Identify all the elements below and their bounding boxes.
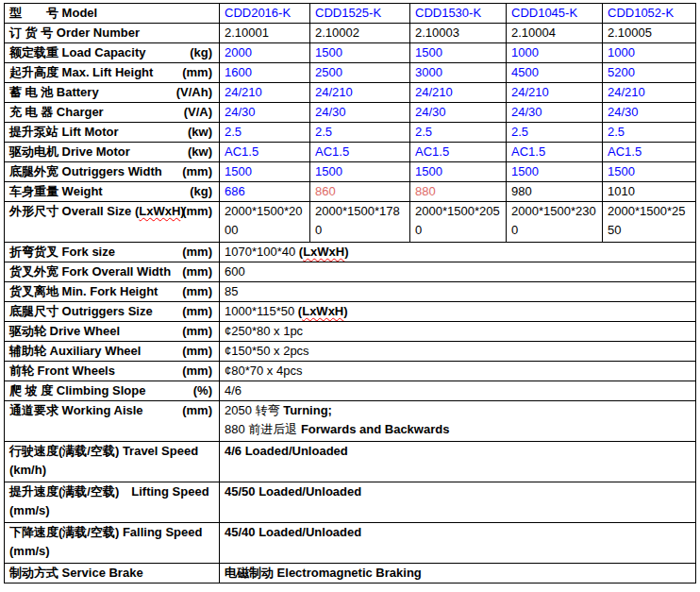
spec-table-body: 型 号 ModelCDD2016-KCDD1525-KCDD1530-KCDD1…: [5, 4, 696, 584]
value-lift-motor-CDD1530-K: 2.5: [410, 123, 507, 143]
value-order-number-CDD1052-K: 2.10005: [603, 24, 696, 43]
row-label-outriggers-width: 底腿外宽 Outriggers Width(mm): [5, 162, 220, 182]
row-label-text: 外形尺寸 Overall Size (LxWxH): [9, 204, 185, 218]
row-unit: (kg): [190, 43, 212, 62]
value-battery-CDD1525-K: 24/210: [310, 83, 410, 103]
text-segment: 底腿外宽 Outriggers Width: [9, 164, 162, 178]
row-label-travel-speed: 行驶速度(满载/空载) Travel Speed(km/h): [5, 442, 220, 482]
value-line: 45/50 Loaded/Unloaded: [225, 482, 691, 501]
spec-row-climbing-slope: 爬 坡 度 Climbing Slope(%)4/6: [5, 381, 696, 401]
text-segment: 1000*115*50: [225, 304, 298, 318]
value-battery-CDD2016-K: 24/210: [220, 83, 310, 103]
row-label-text: 底腿外宽 Outriggers Width: [9, 164, 162, 178]
text-segment: 货叉离地 Min. Fork Height: [9, 284, 158, 298]
row-label-text: 订 货 号 Order Number: [9, 25, 140, 40]
value-max-lift-height-CDD1530-K: 3000: [410, 63, 507, 83]
text-segment: 驱动电机 Drive Motor: [9, 144, 130, 159]
value-lift-motor-CDD2016-K: 2.5: [220, 123, 310, 143]
value-front-wheels: ¢80*70 x 4pcs: [220, 362, 696, 381]
row-label-battery: 蓄 电 池 Battery(V/Ah): [5, 83, 220, 103]
value-charger-CDD1052-K: 24/30: [603, 103, 696, 123]
row-unit: (mm): [182, 282, 212, 301]
value-charger-CDD1530-K: 24/30: [410, 103, 507, 123]
row-unit: (mm): [182, 401, 212, 420]
row-label-text: 底腿尺寸 Outriggers Size: [9, 304, 153, 318]
row-unit: (mm/s): [9, 542, 214, 561]
text-segment: 起升高度 Max. Lift Height: [9, 65, 153, 79]
text-segment: 2050 转弯: [225, 403, 283, 417]
text-segment: ¢250*80 x 1pc: [225, 324, 303, 338]
text-segment: ): [343, 304, 347, 318]
value-weight-CDD1045-K: 980: [507, 182, 603, 202]
value-line: 4/6 Loaded/Unloaded: [225, 442, 691, 461]
row-unit: (mm): [182, 243, 212, 262]
text-segment: 4/6: [225, 383, 242, 397]
spec-row-auxiliary-wheel: 辅助轮 Auxiliary Wheel(mm)¢150*50 x 2pcs: [5, 342, 696, 362]
row-label-text: 通道要求 Working Aisle: [9, 403, 143, 417]
text-segment: ): [344, 245, 348, 259]
value-travel-speed: 4/6 Loaded/Unloaded: [220, 442, 696, 482]
row-label-text: 驱动轮 Drive Wheel: [9, 324, 120, 338]
value-lift-motor-CDD1525-K: 2.5: [310, 123, 410, 143]
row-label-fork-overall-width: 货叉外宽 Fork Overall Width(mm): [5, 262, 220, 282]
value-lift-motor-CDD1052-K: 2.5: [603, 123, 696, 143]
row-label-text: 提升泵站 Lift Motor: [9, 125, 119, 139]
value-model-CDD2016-K: CDD2016-K: [220, 4, 310, 24]
value-battery-CDD1530-K: 24/210: [410, 83, 507, 103]
value-falling-speed: 45/40 Loaded/Unloaded: [220, 523, 696, 564]
value-line: 1070*100*40 (LxWxH): [225, 243, 691, 262]
value-outriggers-width-CDD1045-K: 1500: [507, 162, 603, 182]
row-label-text: 下降速度(满载/空载) Falling Speed: [9, 525, 202, 539]
spec-row-service-brake: 制动方式 Service Brake电磁制动 Electromagnetic B…: [5, 564, 696, 584]
row-unit: (V/A): [184, 103, 212, 122]
spec-row-working-aisle: 通道要求 Working Aisle(mm)2050 转弯 Turning;88…: [5, 401, 696, 442]
row-label-text: 提升速度(满载/空载) Lifting Speed: [9, 484, 209, 499]
row-label-text: 折弯货叉 Fork size: [9, 245, 115, 259]
spec-row-fork-size: 折弯货叉 Fork size(mm)1070*100*40 (LxWxH): [5, 243, 696, 262]
text-segment: 600: [225, 264, 245, 279]
value-max-lift-height-CDD1052-K: 5200: [603, 63, 696, 83]
text-segment: Turning;: [283, 403, 332, 417]
row-label-text: 制动方式 Service Brake: [9, 566, 143, 580]
value-charger-CDD1525-K: 24/30: [310, 103, 410, 123]
value-model-CDD1052-K: CDD1052-K: [603, 4, 696, 24]
value-charger-CDD1045-K: 24/30: [507, 103, 603, 123]
spellcheck-squiggle-text: LxWxH: [139, 204, 180, 218]
row-unit: (V/Ah): [176, 83, 212, 102]
text-segment: 额定载重 Load Capacity: [9, 45, 145, 59]
row-label-text: 车身重量 Weight: [9, 184, 103, 198]
value-outriggers-width-CDD2016-K: 1500: [220, 162, 310, 182]
row-label-text: 充 电 器 Charger: [9, 105, 104, 119]
text-segment: 型 号 Model: [9, 6, 97, 20]
row-label-text: 型 号 Model: [9, 6, 97, 20]
row-label-max-lift-height: 起升高度 Max. Lift Height(mm): [5, 63, 220, 83]
value-order-number-CDD2016-K: 2.10001: [220, 24, 310, 43]
spec-row-model: 型 号 ModelCDD2016-KCDD1525-KCDD1530-KCDD1…: [5, 4, 696, 24]
spec-row-load-capacity: 额定载重 Load Capacity(kg)200015001500100010…: [5, 43, 696, 63]
text-segment: 外形尺寸 Overall Size (: [9, 204, 139, 218]
value-line: 2050 转弯 Turning;: [225, 401, 691, 420]
spec-row-max-lift-height: 起升高度 Max. Lift Height(mm)160025003000450…: [5, 63, 696, 83]
row-unit: (mm/s): [9, 501, 214, 520]
value-max-lift-height-CDD2016-K: 1600: [220, 63, 310, 83]
spec-row-drive-wheel: 驱动轮 Drive Wheel(mm)¢250*80 x 1pc: [5, 322, 696, 342]
value-fork-overall-width: 600: [220, 262, 696, 282]
spec-row-min-fork-height: 货叉离地 Min. Fork Height(mm)85: [5, 282, 696, 302]
row-label-order-number: 订 货 号 Order Number: [5, 24, 220, 43]
text-segment: 前轮 Front Wheels: [9, 364, 115, 378]
value-working-aisle: 2050 转弯 Turning;880 前进后退 Forwards and Ba…: [220, 401, 696, 442]
value-climbing-slope: 4/6: [220, 381, 696, 401]
value-model-CDD1045-K: CDD1045-K: [507, 4, 603, 24]
value-line: 1000*115*50 (LxWxH): [225, 302, 691, 321]
value-line: 600: [225, 262, 691, 281]
text-segment: 行驶速度(满载/空载) Travel Speed: [9, 444, 198, 458]
value-outriggers-size: 1000*115*50 (LxWxH): [220, 302, 696, 322]
value-load-capacity-CDD1045-K: 1000: [507, 43, 603, 63]
text-segment: Forwards and Backwards: [301, 422, 450, 436]
row-label-model: 型 号 Model: [5, 4, 220, 24]
value-line: ¢150*50 x 2pcs: [225, 342, 691, 361]
row-label-outriggers-size: 底腿尺寸 Outriggers Size(mm): [5, 302, 220, 322]
text-segment: 下降速度(满载/空载) Falling Speed: [9, 525, 202, 539]
value-model-CDD1530-K: CDD1530-K: [410, 4, 507, 24]
text-segment: 4/6 Loaded/Unloaded: [225, 444, 348, 458]
